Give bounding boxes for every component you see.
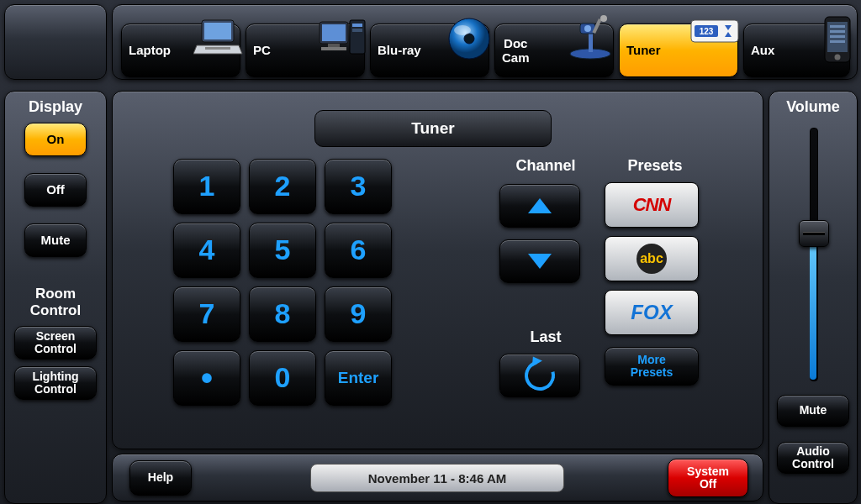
datetime-display: November 11 - 8:46 AM — [310, 464, 564, 492]
volume-mute-button[interactable]: Mute — [777, 395, 849, 427]
svg-text:123: 123 — [700, 27, 714, 36]
svg-rect-30 — [830, 40, 845, 43]
svg-rect-1 — [204, 23, 231, 39]
source-label: PC — [253, 44, 271, 58]
laptop-icon — [193, 15, 244, 57]
svg-point-16 — [584, 25, 591, 32]
svg-rect-4 — [322, 24, 346, 41]
key-9[interactable]: 9 — [325, 286, 392, 342]
last-heading: Last — [499, 328, 592, 346]
key-3[interactable]: 3 — [325, 159, 392, 214]
channel-heading: Channel — [499, 157, 592, 175]
left-panel: Display On Off Mute Room Control Screen … — [4, 91, 107, 504]
room-control-heading: Room Control — [5, 286, 106, 319]
svg-rect-27 — [830, 25, 845, 28]
svg-point-26 — [835, 55, 841, 60]
key-enter[interactable]: Enter — [325, 350, 392, 406]
last-channel-button[interactable] — [499, 354, 580, 397]
abc-logo-icon: abc — [637, 244, 667, 274]
svg-point-12 — [454, 25, 471, 35]
bottom-bar: Help November 11 - 8:46 AM System Off — [112, 454, 763, 501]
key-5[interactable]: 5 — [249, 223, 316, 278]
source-bar: Laptop PC Blu-ray Doc Cam — [112, 4, 858, 80]
slider-knob[interactable] — [799, 220, 829, 247]
svg-rect-6 — [321, 47, 346, 50]
svg-rect-9 — [352, 29, 362, 32]
key-0[interactable]: 0 — [249, 350, 316, 406]
source-label: Aux — [751, 44, 774, 58]
display-off-button[interactable]: Off — [24, 173, 87, 207]
source-aux[interactable]: Aux — [743, 24, 848, 76]
key-2[interactable]: 2 — [249, 159, 316, 214]
source-laptop[interactable]: Laptop — [121, 24, 239, 76]
key-7[interactable]: 7 — [173, 286, 240, 342]
preset-abc-button[interactable]: abc — [605, 236, 699, 281]
svg-rect-8 — [352, 24, 362, 27]
tuner-icon: 123 — [688, 15, 742, 49]
channel-down-button[interactable] — [499, 239, 580, 283]
slider-fill — [810, 228, 816, 380]
source-doccam[interactable]: Doc Cam — [494, 24, 612, 76]
volume-slider[interactable] — [799, 128, 827, 380]
preset-fox-button[interactable]: FOX — [605, 290, 699, 335]
key-8[interactable]: 8 — [249, 286, 316, 342]
key-1[interactable]: 1 — [173, 159, 240, 214]
lighting-control-button[interactable]: Lighting Control — [14, 366, 97, 400]
source-tuner[interactable]: Tuner 123 — [619, 24, 737, 76]
source-pc[interactable]: PC — [246, 24, 363, 76]
volume-heading: Volume — [769, 98, 857, 116]
svg-rect-29 — [830, 35, 845, 38]
audio-control-button[interactable]: Audio Control — [777, 442, 849, 474]
svg-rect-2 — [205, 47, 230, 50]
source-bluray[interactable]: Blu-ray — [370, 24, 488, 76]
topbar-spacer — [4, 4, 107, 80]
doccam-icon — [567, 15, 617, 62]
screen-control-button[interactable]: Screen Control — [14, 326, 97, 360]
channel-up-button[interactable] — [499, 184, 580, 228]
more-presets-button[interactable]: More Presets — [605, 347, 699, 386]
right-panel: Volume Mute Audio Control — [769, 91, 858, 504]
display-mute-button[interactable]: Mute — [24, 223, 87, 257]
triangle-down-icon — [528, 254, 552, 269]
help-button[interactable]: Help — [129, 460, 192, 496]
key-4[interactable]: 4 — [173, 223, 240, 278]
key-6[interactable]: 6 — [325, 223, 392, 278]
svg-point-18 — [600, 15, 607, 22]
svg-point-11 — [464, 34, 474, 44]
source-label: Doc Cam — [502, 37, 530, 65]
center-panel: Tuner 1 2 3 4 5 6 7 8 9 • 0 Enter Channe… — [112, 91, 763, 449]
display-heading: Display — [5, 98, 106, 116]
svg-rect-5 — [328, 44, 340, 47]
source-label: Blu-ray — [378, 44, 421, 58]
disc-icon — [446, 15, 493, 62]
phone-icon — [821, 15, 853, 64]
svg-rect-28 — [830, 30, 845, 33]
triangle-up-icon — [528, 198, 552, 213]
display-on-button[interactable]: On — [24, 123, 87, 156]
key-dot[interactable]: • — [173, 350, 240, 406]
system-off-button[interactable]: System Off — [668, 459, 748, 497]
presets-heading: Presets — [605, 157, 705, 175]
page-title: Tuner — [314, 110, 552, 147]
pc-icon — [316, 15, 368, 60]
source-label: Laptop — [129, 44, 171, 58]
recirculate-icon — [519, 354, 560, 396]
source-label: Tuner — [626, 44, 661, 58]
preset-cnn-button[interactable]: CNN — [605, 182, 699, 228]
